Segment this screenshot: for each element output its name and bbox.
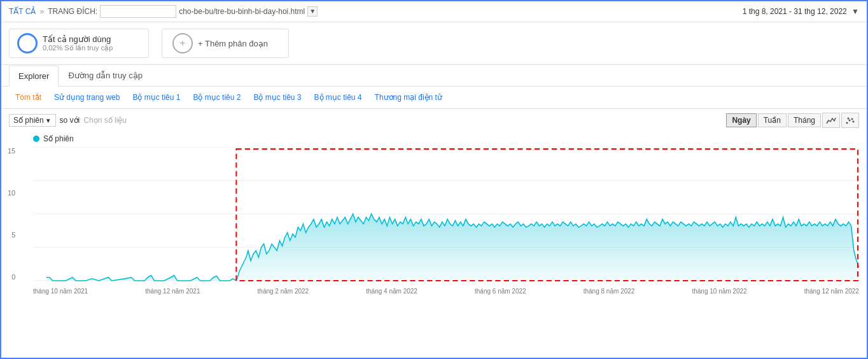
subnav-muctieu1[interactable]: Bộ mục tiêu 1 bbox=[126, 92, 186, 103]
url-dropdown-arrow[interactable]: ▼ bbox=[307, 6, 318, 17]
x-label-1: tháng 12 năm 2021 bbox=[145, 288, 200, 295]
subnav-muctieu4[interactable]: Bộ mục tiêu 4 bbox=[308, 92, 368, 103]
chart-svg bbox=[33, 147, 859, 281]
x-label-7: tháng 12 năm 2022 bbox=[804, 288, 859, 295]
metric-arrow: ▼ bbox=[45, 117, 52, 124]
choose-metric[interactable]: Chọn số liệu bbox=[83, 116, 127, 125]
date-range-text: 1 thg 8, 2021 - 31 thg 12, 2022 bbox=[743, 7, 847, 16]
breadcrumb: TẤT CẢ » TRANG ĐÍCH: cho-be-bu/tre-bu-bi… bbox=[9, 5, 318, 18]
segment1-sub: 0,02% Số lần truy cập bbox=[43, 44, 113, 52]
metric-label: Số phiên bbox=[13, 116, 44, 125]
tab-path[interactable]: Đường dẫn truy cập bbox=[59, 65, 152, 86]
line-chart-icon bbox=[826, 116, 836, 125]
segment1-box[interactable]: Tất cả người dùng 0,02% Số lần truy cập bbox=[9, 29, 149, 58]
url-suffix: cho-be-bu/tre-bu-binh-bi-day-hoi.html bbox=[179, 7, 305, 16]
time-btn-tuan[interactable]: Tuần bbox=[758, 113, 787, 127]
date-range-arrow: ▼ bbox=[851, 7, 859, 16]
chart-wrapper: 15 10 5 0 bbox=[33, 147, 859, 281]
url-input[interactable] bbox=[100, 5, 176, 18]
metric-dropdown[interactable]: Số phiên ▼ bbox=[9, 114, 56, 127]
toolbar-right: Ngày Tuần Tháng bbox=[726, 113, 859, 128]
date-range-selector[interactable]: 1 thg 8, 2021 - 31 thg 12, 2022 ▼ bbox=[743, 7, 859, 16]
x-label-4: tháng 6 năm 2022 bbox=[475, 288, 526, 295]
sub-nav: Tóm tắt Sử dụng trang web Bộ mục tiêu 1 … bbox=[1, 87, 867, 109]
subnav-tmdt[interactable]: Thương mại điện tử bbox=[368, 92, 449, 103]
all-label[interactable]: TẤT CẢ bbox=[9, 7, 36, 16]
top-bar: TẤT CẢ » TRANG ĐÍCH: cho-be-bu/tre-bu-bi… bbox=[1, 1, 867, 22]
segment1-name: Tất cả người dùng bbox=[43, 34, 113, 44]
compare-label: so với bbox=[60, 116, 80, 125]
time-btn-ngay[interactable]: Ngày bbox=[726, 113, 756, 127]
y-label-0: 0 bbox=[8, 273, 15, 281]
x-label-6: tháng 10 năm 2022 bbox=[692, 288, 746, 295]
x-label-3: tháng 4 năm 2022 bbox=[366, 288, 417, 295]
subnav-sudung[interactable]: Sử dụng trang web bbox=[48, 92, 126, 103]
subnav-tomtat[interactable]: Tóm tắt bbox=[9, 92, 48, 103]
segment1-info: Tất cả người dùng 0,02% Số lần truy cập bbox=[43, 34, 113, 52]
y-axis: 15 10 5 0 bbox=[8, 147, 15, 281]
y-label-5: 5 bbox=[8, 231, 15, 239]
scatter-icon bbox=[845, 116, 855, 125]
y-label-10: 10 bbox=[8, 189, 15, 197]
add-circle-icon: + bbox=[172, 33, 193, 53]
time-btn-thang[interactable]: Tháng bbox=[788, 113, 821, 127]
svg-point-1 bbox=[849, 120, 851, 122]
chart-toolbar: Số phiên ▼ so với Chọn số liệu Ngày Tuần… bbox=[1, 109, 867, 132]
svg-point-3 bbox=[851, 118, 853, 120]
breadcrumb-sep: » bbox=[39, 7, 44, 16]
segment1-circle bbox=[17, 33, 38, 53]
segment-row: Tất cả người dùng 0,02% Số lần truy cập … bbox=[1, 22, 867, 65]
x-label-5: tháng 8 năm 2022 bbox=[584, 288, 635, 295]
subnav-muctieu2[interactable]: Bộ mục tiêu 2 bbox=[186, 92, 247, 103]
chart-legend: Số phiên bbox=[33, 134, 859, 143]
legend-label: Số phiên bbox=[43, 134, 74, 143]
x-axis: tháng 10 năm 2021 tháng 12 năm 2021 thán… bbox=[33, 288, 859, 295]
x-label-0: tháng 10 năm 2021 bbox=[33, 288, 88, 295]
add-segment-box[interactable]: + + Thêm phân đoạn bbox=[162, 29, 289, 58]
svg-point-2 bbox=[848, 118, 850, 120]
legend-dot bbox=[33, 136, 39, 142]
scatter-icon-btn[interactable] bbox=[841, 113, 859, 128]
line-chart-icon-btn[interactable] bbox=[822, 113, 840, 128]
page-label: TRANG ĐÍCH: bbox=[48, 7, 97, 16]
subnav-muctieu3[interactable]: Bộ mục tiêu 3 bbox=[247, 92, 307, 103]
x-label-2: tháng 2 năm 2022 bbox=[258, 288, 309, 295]
svg-point-4 bbox=[853, 121, 855, 123]
tabs-row: Explorer Đường dẫn truy cập bbox=[1, 65, 867, 87]
toolbar-left: Số phiên ▼ so với Chọn số liệu bbox=[9, 114, 127, 127]
svg-point-0 bbox=[846, 122, 848, 124]
add-segment-label: + Thêm phân đoạn bbox=[198, 39, 268, 48]
tab-explorer[interactable]: Explorer bbox=[9, 66, 59, 87]
main-container: TẤT CẢ » TRANG ĐÍCH: cho-be-bu/tre-bu-bi… bbox=[0, 0, 868, 359]
chart-area: Số phiên 15 10 5 0 bbox=[1, 132, 867, 310]
y-label-15: 15 bbox=[8, 147, 15, 155]
